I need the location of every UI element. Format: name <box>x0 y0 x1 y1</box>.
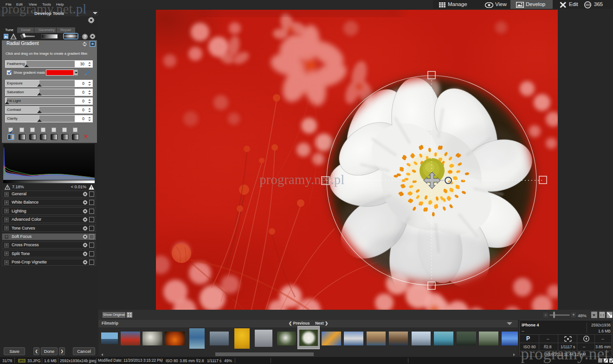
svg-text:365: 365 <box>585 3 590 6</box>
